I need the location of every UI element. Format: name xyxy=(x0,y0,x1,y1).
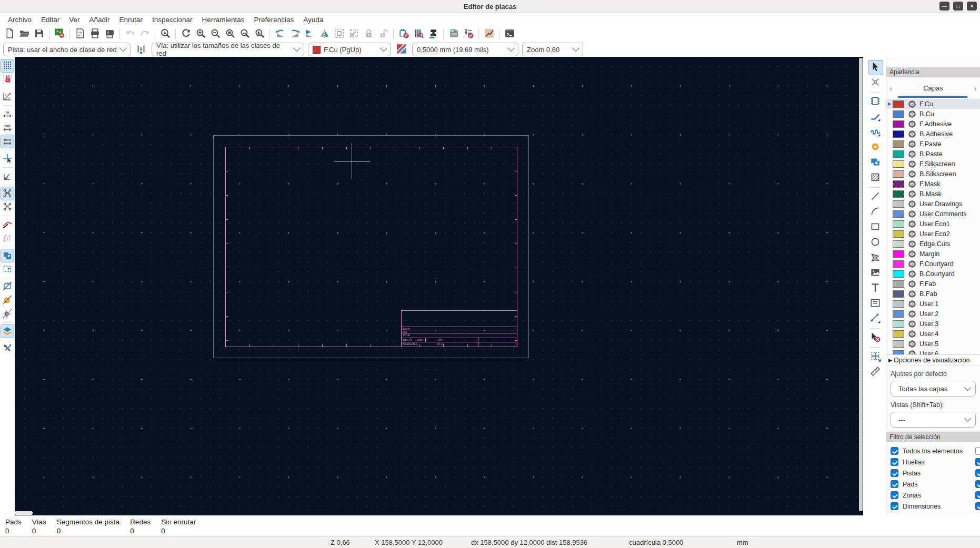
layer-row-b.silkscreen[interactable]: ▶ B.Silkscreen xyxy=(886,169,980,179)
update-footprints-button[interactable] xyxy=(426,27,440,41)
layer-row-f.adhesive[interactable]: ▶ F.Adhesive xyxy=(886,119,980,129)
add-image-tool[interactable] xyxy=(868,266,883,280)
layer-row-user.6[interactable]: ▶ User.6 xyxy=(886,349,980,354)
layer-visibility-eye-icon[interactable] xyxy=(908,250,916,258)
filter-checkbox-right[interactable] xyxy=(975,480,980,488)
ungroup-button[interactable] xyxy=(347,27,361,41)
layer-color-swatch[interactable] xyxy=(893,240,904,248)
layer-visibility-eye-icon[interactable] xyxy=(908,220,916,228)
add-textbox-tool[interactable] xyxy=(868,297,883,311)
layer-visibility-eye-icon[interactable] xyxy=(908,170,916,178)
layer-visibility-eye-icon[interactable] xyxy=(908,190,916,198)
layer-visibility-eye-icon[interactable] xyxy=(908,120,916,128)
layer-row-b.adhesive[interactable]: ▶ B.Adhesive xyxy=(886,129,980,139)
layer-row-f.mask[interactable]: ▶ F.Mask xyxy=(886,179,980,189)
layer-color-swatch[interactable] xyxy=(893,260,904,268)
filter-checkbox[interactable] xyxy=(891,480,898,488)
layer-visibility-eye-icon[interactable] xyxy=(908,100,916,108)
add-footprint-tool[interactable] xyxy=(868,95,883,109)
add-circle-tool[interactable] xyxy=(868,236,883,250)
tab-prev-icon[interactable]: ‹ xyxy=(886,84,896,93)
viewports-dropdown[interactable]: --- xyxy=(891,412,976,428)
layer-color-swatch[interactable] xyxy=(893,280,904,288)
layer-row-user.2[interactable]: ▶ User.2 xyxy=(886,309,980,319)
rotate-cw-button[interactable] xyxy=(288,27,302,41)
free-angle-mode-toggle[interactable] xyxy=(1,170,14,182)
filter-checkbox[interactable] xyxy=(891,447,898,455)
find-button[interactable]: A xyxy=(158,27,172,41)
menu-item-editar[interactable]: Editar xyxy=(36,14,64,25)
layer-pair-button[interactable] xyxy=(395,43,408,56)
add-line-tool[interactable] xyxy=(868,190,883,204)
auto-track-width-button[interactable] xyxy=(134,43,148,56)
new-board-button[interactable] xyxy=(3,27,16,41)
layer-color-swatch[interactable] xyxy=(893,320,904,328)
layer-visibility-eye-icon[interactable] xyxy=(908,350,916,355)
layer-row-edge.cuts[interactable]: ▶ Edge.Cuts xyxy=(886,239,980,249)
layer-row-f.silkscreen[interactable]: ▶ F.Silkscreen xyxy=(886,159,980,169)
filter-checkbox[interactable] xyxy=(891,502,898,510)
highlight-local-ratsnest-tool[interactable] xyxy=(868,76,883,90)
add-rectangle-tool[interactable] xyxy=(868,220,883,235)
layer-visibility-eye-icon[interactable] xyxy=(908,330,916,338)
units-mils-toggle[interactable]: mil xyxy=(1,121,14,134)
plot-button[interactable] xyxy=(103,27,116,41)
close-button[interactable]: ✕ xyxy=(967,2,977,11)
layer-color-swatch[interactable] xyxy=(893,220,904,228)
layer-visibility-eye-icon[interactable] xyxy=(908,290,916,298)
menu-item-inspeccionar[interactable]: Inspeccionar xyxy=(147,14,197,25)
filter-checkbox-right[interactable] xyxy=(975,502,980,510)
grid-origin-tool[interactable] xyxy=(868,350,883,364)
add-rule-area-tool[interactable] xyxy=(868,171,883,185)
canvas-vertical-scrollbar[interactable] xyxy=(859,58,863,511)
layer-visibility-eye-icon[interactable] xyxy=(908,160,916,168)
measure-tool[interactable] xyxy=(868,365,883,379)
layer-color-swatch[interactable] xyxy=(893,230,904,238)
crosshair-style-toggle[interactable] xyxy=(1,153,14,165)
layer-color-swatch[interactable] xyxy=(893,270,904,278)
layer-visibility-eye-icon[interactable] xyxy=(908,230,916,238)
drc-button[interactable] xyxy=(462,27,475,41)
grid-dropdown[interactable]: 0,5000 mm (19,69 mils) xyxy=(412,43,518,56)
layer-visibility-eye-icon[interactable] xyxy=(908,180,916,188)
add-dimension-tool[interactable] xyxy=(868,312,883,326)
layer-color-swatch[interactable] xyxy=(893,200,904,208)
pads-outline-toggle[interactable] xyxy=(1,294,14,307)
add-polygon-tool[interactable] xyxy=(868,251,883,265)
scripting-console-button[interactable] xyxy=(503,27,516,41)
undo-button[interactable] xyxy=(123,27,137,41)
add-arc-tool[interactable] xyxy=(868,205,883,219)
layer-color-swatch[interactable] xyxy=(893,290,904,298)
via-size-dropdown[interactable]: Vía: utilizar los tamaños de las clases … xyxy=(152,43,304,56)
layer-visibility-eye-icon[interactable] xyxy=(908,280,916,288)
filter-checkbox[interactable] xyxy=(891,458,898,466)
cleanup-tracks-button[interactable] xyxy=(482,27,496,41)
track-width-dropdown[interactable]: Pista: usar el ancho de clase de red xyxy=(3,43,131,56)
tab-next-icon[interactable]: › xyxy=(971,84,980,93)
menu-item-ver[interactable]: Ver xyxy=(64,14,84,25)
layer-visibility-eye-icon[interactable] xyxy=(908,260,916,268)
filter-checkbox[interactable] xyxy=(891,491,898,499)
menu-item-preferencias[interactable]: Preferencias xyxy=(249,14,298,25)
filter-checkbox-right[interactable] xyxy=(975,491,980,499)
high-contrast-mode-toggle[interactable] xyxy=(1,325,14,338)
layer-visibility-eye-icon[interactable] xyxy=(908,150,916,158)
layer-row-b.cu[interactable]: ▶ B.Cu xyxy=(886,109,980,119)
curved-ratsnest-toggle[interactable] xyxy=(1,201,14,214)
units-mm-toggle[interactable]: mm xyxy=(1,135,14,148)
layer-row-user.drawings[interactable]: ▶ User.Drawings xyxy=(886,199,980,209)
layer-row-b.fab[interactable]: ▶ B.Fab xyxy=(886,289,980,299)
layer-row-user.eco2[interactable]: ▶ User.Eco2 xyxy=(886,229,980,239)
layer-row-b.paste[interactable]: ▶ B.Paste xyxy=(886,149,980,159)
layer-visibility-eye-icon[interactable] xyxy=(908,200,916,208)
layer-row-b.courtyard[interactable]: ▶ B.Courtyard xyxy=(886,269,980,279)
footprint-browser-button[interactable] xyxy=(412,27,425,41)
board-canvas[interactable]: Sheet: File: TITLE: Size: A4 Date: Rev: … xyxy=(15,57,863,515)
rotate-ccw-button[interactable] xyxy=(273,27,287,41)
zones-outline-toggle[interactable] xyxy=(1,263,14,276)
vias-outline-toggle[interactable] xyxy=(1,308,14,320)
add-text-tool[interactable] xyxy=(868,281,883,296)
layer-row-b.mask[interactable]: ▶ B.Mask xyxy=(886,189,980,199)
layer-color-swatch[interactable] xyxy=(893,300,904,308)
layer-visibility-eye-icon[interactable] xyxy=(908,300,916,308)
